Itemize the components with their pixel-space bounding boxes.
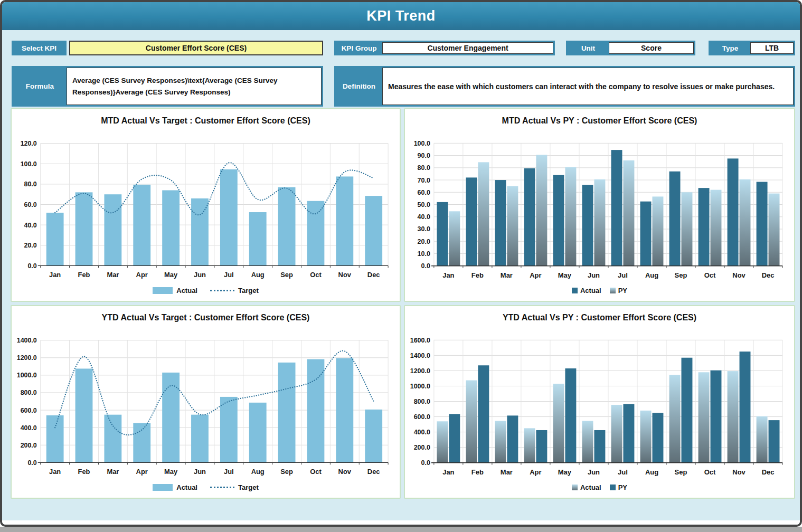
svg-text:1400.0: 1400.0 <box>410 352 430 359</box>
formula-field: Average (CES Survey Responses)\text{Aver… <box>67 68 322 105</box>
chart-title: MTD Actual Vs Target : Customer Effort S… <box>12 109 400 133</box>
kpi-group-group: KPI Group Customer Engagement <box>334 41 555 55</box>
svg-text:40.0: 40.0 <box>418 213 430 221</box>
svg-text:Nov: Nov <box>338 468 352 476</box>
svg-text:Oct: Oct <box>310 271 322 279</box>
svg-text:Apr: Apr <box>136 468 148 476</box>
svg-text:Jan: Jan <box>442 271 454 279</box>
svg-text:10.0: 10.0 <box>418 250 430 258</box>
target-line-swatch <box>210 487 234 488</box>
svg-text:400.0: 400.0 <box>21 424 37 432</box>
svg-text:90.0: 90.0 <box>418 152 430 159</box>
legend-label-actual: Actual <box>176 287 197 294</box>
svg-text:200.0: 200.0 <box>414 444 430 451</box>
legend-label-target: Target <box>238 483 259 491</box>
type-group: Type LTB <box>709 41 795 55</box>
svg-text:Dec: Dec <box>762 468 775 476</box>
svg-text:Jan: Jan <box>49 271 61 279</box>
type-label: Type <box>710 42 750 54</box>
svg-text:400.0: 400.0 <box>414 429 430 436</box>
svg-text:Oct: Oct <box>704 271 716 279</box>
svg-text:Nov: Nov <box>338 271 352 279</box>
svg-text:Mar: Mar <box>107 468 119 476</box>
legend-label-actual: Actual <box>580 287 601 294</box>
svg-text:Mar: Mar <box>107 271 119 279</box>
svg-text:1600.0: 1600.0 <box>410 337 430 344</box>
actual-swatch <box>572 484 578 490</box>
svg-text:100.0: 100.0 <box>414 140 430 147</box>
select-kpi-field[interactable]: Customer Effort Score (CES) <box>69 41 323 55</box>
mtd-target-panel: MTD Actual Vs Target : Customer Effort S… <box>11 108 401 302</box>
svg-text:0.0: 0.0 <box>27 262 36 270</box>
svg-text:20.0: 20.0 <box>24 242 37 249</box>
unit-field: Score <box>609 42 694 54</box>
kpi-trend-window: KPI Trend Select KPI Customer Effort Sco… <box>0 0 802 527</box>
svg-text:Jul: Jul <box>224 271 234 279</box>
svg-text:60.0: 60.0 <box>418 189 430 196</box>
svg-text:Nov: Nov <box>732 468 746 476</box>
ytd-actual-vs-py-chart: 0.0200.0400.0600.0800.01000.01200.01400.… <box>405 330 794 480</box>
svg-text:May: May <box>164 468 178 476</box>
definition-group: Definition Measures the ease with which … <box>334 66 795 107</box>
page-title: KPI Trend <box>366 8 436 24</box>
svg-text:Aug: Aug <box>645 468 658 476</box>
svg-text:0.0: 0.0 <box>421 262 430 270</box>
svg-text:Oct: Oct <box>704 468 716 476</box>
svg-text:0.0: 0.0 <box>421 459 430 467</box>
ytd-py-panel: YTD Actual Vs PY : Customer Effort Score… <box>404 305 795 499</box>
svg-text:Dec: Dec <box>762 271 775 279</box>
svg-text:Sep: Sep <box>675 468 687 476</box>
svg-text:Jun: Jun <box>194 468 206 476</box>
svg-text:70.0: 70.0 <box>418 177 430 184</box>
window-bottom-margin <box>2 520 800 525</box>
definition-label: Definition <box>336 68 382 105</box>
svg-text:1000.0: 1000.0 <box>17 372 37 379</box>
chart-legend: Actual PY <box>405 283 794 301</box>
svg-text:Jan: Jan <box>49 468 61 476</box>
svg-text:Oct: Oct <box>310 468 322 476</box>
unit-group: Unit Score <box>566 41 695 55</box>
svg-text:20.0: 20.0 <box>418 238 430 245</box>
svg-text:800.0: 800.0 <box>21 389 37 396</box>
svg-text:50.0: 50.0 <box>418 201 430 208</box>
svg-text:1400.0: 1400.0 <box>17 337 37 344</box>
target-line-swatch <box>210 290 234 291</box>
svg-text:May: May <box>558 271 572 279</box>
legend-label-actual: Actual <box>580 483 601 491</box>
svg-text:Aug: Aug <box>645 271 658 279</box>
svg-text:Mar: Mar <box>501 468 513 476</box>
svg-text:Apr: Apr <box>136 271 148 279</box>
ytd-actual-vs-target-chart: 0.0200.0400.0600.0800.01000.01200.01400.… <box>12 330 400 480</box>
svg-text:Jun: Jun <box>588 271 600 279</box>
svg-text:120.0: 120.0 <box>21 140 37 147</box>
svg-text:200.0: 200.0 <box>21 442 37 449</box>
definition-field: Measures the ease with which customers c… <box>382 68 794 105</box>
svg-text:Dec: Dec <box>367 271 380 279</box>
legend-label-py: PY <box>618 287 627 294</box>
svg-text:Feb: Feb <box>471 468 484 476</box>
svg-text:May: May <box>164 271 178 279</box>
py-swatch <box>610 288 616 293</box>
window-bottom-edge <box>0 527 802 532</box>
svg-text:Jul: Jul <box>618 468 628 476</box>
mtd-actual-vs-py-chart: 0.010.020.030.040.050.060.070.080.090.01… <box>405 133 794 283</box>
svg-text:100.0: 100.0 <box>21 160 37 168</box>
svg-text:Sep: Sep <box>280 468 293 476</box>
kpi-group-label: KPI Group <box>336 42 382 54</box>
py-swatch <box>610 484 616 490</box>
chart-legend: Actual Target <box>12 480 400 498</box>
svg-text:Feb: Feb <box>471 271 484 279</box>
svg-text:Jan: Jan <box>442 468 454 476</box>
legend-label-actual: Actual <box>176 483 197 491</box>
svg-text:Feb: Feb <box>78 271 90 279</box>
svg-text:Sep: Sep <box>675 271 687 279</box>
actual-swatch <box>153 484 173 491</box>
chart-legend: Actual Target <box>12 283 400 301</box>
mtd-actual-vs-target-chart: 0.020.040.060.080.0100.0120.0JanFebMarAp… <box>12 133 400 283</box>
header-bar: KPI Trend <box>2 2 800 30</box>
svg-text:Mar: Mar <box>501 271 513 279</box>
chart-title: YTD Actual Vs PY : Customer Effort Score… <box>405 306 794 330</box>
chart-title: YTD Actual Vs Target : Customer Effort S… <box>12 306 400 330</box>
select-kpi-group: Select KPI Customer Effort Score (CES) <box>12 41 323 55</box>
svg-text:1200.0: 1200.0 <box>410 367 430 375</box>
